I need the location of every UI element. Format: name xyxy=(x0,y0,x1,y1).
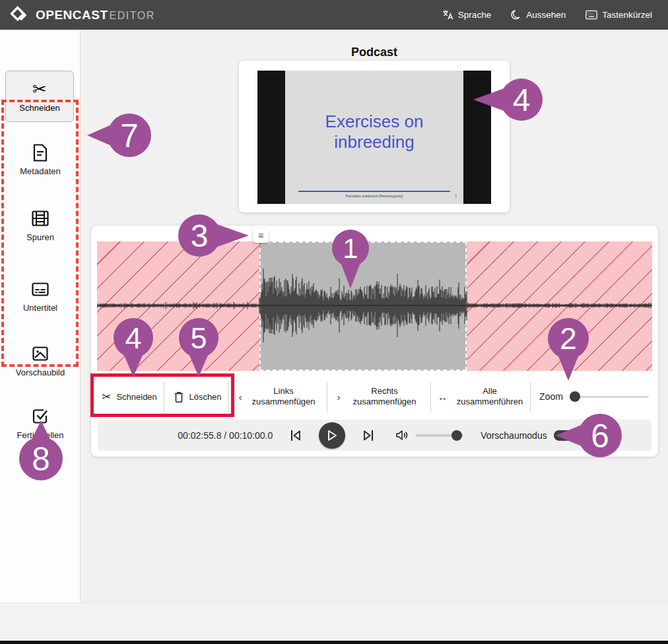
skip-forward-button[interactable] xyxy=(362,429,374,442)
sidebar-item-untertitel[interactable]: Untertitel xyxy=(0,280,81,313)
shortcuts-label: Tastenkürzel xyxy=(602,10,652,20)
player-bar: 00:02:55.8 / 00:10:00.0 xyxy=(98,420,651,451)
svg-text:4: 4 xyxy=(513,82,531,117)
svg-text:7: 7 xyxy=(120,117,139,154)
appearance-label: Aussehen xyxy=(526,10,566,20)
timeline-card: ≡ ✂ Schneiden Löschen ‹ Links zusammenfü… xyxy=(91,226,658,457)
image-icon xyxy=(32,344,48,363)
timeline-track xyxy=(97,242,652,371)
brand-suffix: EDITOR xyxy=(110,10,155,21)
shortcuts-button[interactable]: Tastenkürzel xyxy=(585,10,652,20)
opencast-logo: OPENCASTEDITOR xyxy=(0,5,155,25)
sidebar-item-fertigstellen[interactable]: Fertigstellen xyxy=(0,407,81,440)
arrow-both-icon: ↔ xyxy=(438,391,448,402)
zoom-label: Zoom xyxy=(539,391,563,402)
scissors-icon: ✂ xyxy=(102,391,111,402)
language-label: Sprache xyxy=(458,10,491,20)
zoom-slider-knob[interactable] xyxy=(570,391,580,402)
sidebar-item-label: Fertigstellen xyxy=(17,430,64,440)
toolbar-divider xyxy=(164,382,164,412)
app-header: OPENCASTEDITOR Sprache Aussehen Tastenkü… xyxy=(0,0,668,30)
volume-slider-knob[interactable] xyxy=(451,430,462,441)
preview-mode-toggle[interactable] xyxy=(554,430,572,441)
sidebar-item-label: Spuren xyxy=(26,232,54,242)
opencast-logo-icon xyxy=(9,5,29,25)
zoom-slider-track[interactable] xyxy=(570,396,649,398)
toggle-knob xyxy=(562,432,570,439)
cut-button[interactable]: ✂ Schneiden xyxy=(96,377,162,416)
chevron-right-icon: › xyxy=(337,391,341,402)
language-button[interactable]: Sprache xyxy=(442,9,491,20)
toolbar-divider xyxy=(430,382,431,412)
volume-slider[interactable] xyxy=(416,430,463,441)
moon-icon xyxy=(511,10,521,20)
slide-rule xyxy=(298,191,450,192)
sidebar-item-metadaten[interactable]: Metadaten xyxy=(0,143,81,176)
video-preview[interactable]: Exercises on inbreeding Population subdi… xyxy=(257,71,491,204)
sidebar-item-label: Metadaten xyxy=(20,166,60,176)
zoom-control: Zoom xyxy=(535,377,653,416)
preview-mode-label: Vorschaumodus xyxy=(481,430,547,441)
annotation-callout-7: 7 xyxy=(87,113,151,157)
timeline-segment-deleted-right[interactable] xyxy=(467,242,652,371)
sidebar-item-label: Schneiden xyxy=(19,103,59,113)
toolbar-divider xyxy=(228,382,229,412)
skip-back-button[interactable] xyxy=(290,429,302,442)
sidebar: ✂ Schneiden Metadaten Spuren Untertit xyxy=(0,30,81,602)
translate-icon xyxy=(442,9,453,20)
merge-right-button[interactable]: › Rechts zusammenfügen xyxy=(331,377,430,416)
skip-back-icon xyxy=(290,429,302,442)
zoom-slider[interactable] xyxy=(570,391,649,402)
toolbar-divider xyxy=(327,382,327,412)
appearance-button[interactable]: Aussehen xyxy=(511,10,566,20)
keyboard-icon xyxy=(585,10,597,20)
volume-button[interactable] xyxy=(395,430,408,441)
window-edge xyxy=(0,641,668,644)
skip-forward-icon xyxy=(362,429,374,442)
time-display: 00:02:55.8 / 00:10:00.0 xyxy=(178,430,273,441)
slide-caption: Population subdivision [Heterozygosity] xyxy=(285,194,463,198)
play-button[interactable] xyxy=(319,422,345,449)
sidebar-item-label: Vorschaubild xyxy=(16,368,65,377)
play-icon xyxy=(326,429,338,442)
volume-icon xyxy=(395,430,408,441)
scrubber-handle[interactable]: ≡ xyxy=(253,228,269,243)
sidebar-item-vorschaubild[interactable]: Vorschaubild xyxy=(0,344,81,377)
document-icon xyxy=(32,143,48,162)
drag-handle-icon: ≡ xyxy=(258,230,263,241)
delete-button[interactable]: Löschen xyxy=(168,377,228,416)
brand-title: OPENCAST xyxy=(36,8,108,22)
sidebar-item-schneiden[interactable]: ✂ Schneiden xyxy=(5,71,74,122)
checkbox-icon xyxy=(32,407,48,426)
filmstrip-icon xyxy=(32,209,49,228)
toolbar-divider xyxy=(530,382,531,412)
page-title: Podcast xyxy=(81,46,668,59)
merge-all-button[interactable]: ↔ Alle zusammenführen xyxy=(434,377,530,416)
scissors-icon: ✂ xyxy=(32,80,47,98)
slide-title: Exercises on inbreeding xyxy=(285,112,463,152)
merge-left-button[interactable]: ‹ Links zusammenfügen xyxy=(232,377,326,416)
pillarbox-left xyxy=(257,71,285,204)
footer-band xyxy=(0,602,668,642)
chevron-left-icon: ‹ xyxy=(239,391,242,402)
trash-icon xyxy=(174,391,184,402)
pillarbox-right xyxy=(463,71,491,204)
slide-page-number: 1 xyxy=(455,193,457,197)
timeline-segment-active[interactable] xyxy=(259,242,467,371)
video-preview-card: Exercises on inbreeding Population subdi… xyxy=(239,61,510,212)
header-nav: Sprache Aussehen Tastenkürzel xyxy=(442,9,668,20)
sidebar-item-label: Untertitel xyxy=(23,303,57,313)
timeline-segment-deleted-left[interactable] xyxy=(97,242,259,371)
sidebar-item-spuren[interactable]: Spuren xyxy=(0,209,81,242)
subtitles-icon xyxy=(32,280,49,298)
